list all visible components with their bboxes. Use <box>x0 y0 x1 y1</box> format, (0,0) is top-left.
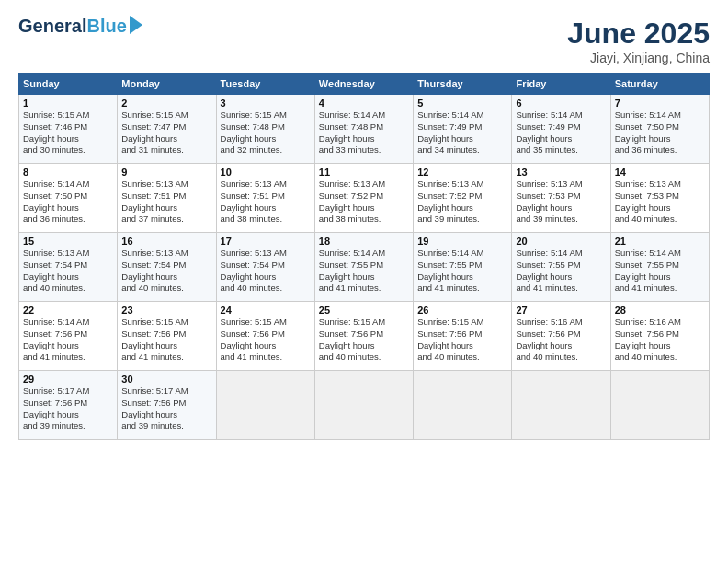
week-row-2: 8Sunrise: 5:14 AMSunset: 7:50 PMDaylight… <box>19 164 710 233</box>
day-info: Sunrise: 5:15 AMSunset: 7:56 PMDaylight … <box>221 316 311 363</box>
day-number: 2 <box>121 98 211 109</box>
day-info: Sunrise: 5:14 AMSunset: 7:50 PMDaylight … <box>23 178 113 225</box>
logo-general: General <box>18 17 86 35</box>
header-row: SundayMondayTuesdayWednesdayThursdayFrid… <box>19 74 710 95</box>
day-cell: 8Sunrise: 5:14 AMSunset: 7:50 PMDaylight… <box>19 164 118 233</box>
day-number: 4 <box>319 98 409 109</box>
day-number: 14 <box>615 167 705 178</box>
day-info: Sunrise: 5:14 AMSunset: 7:56 PMDaylight … <box>23 316 113 363</box>
day-cell: 2Sunrise: 5:15 AMSunset: 7:47 PMDaylight… <box>118 95 216 164</box>
day-cell <box>314 371 413 440</box>
day-cell: 6Sunrise: 5:14 AMSunset: 7:49 PMDaylight… <box>512 95 610 164</box>
day-info: Sunrise: 5:13 AMSunset: 7:51 PMDaylight … <box>221 178 311 225</box>
day-number: 8 <box>23 167 113 178</box>
day-cell: 9Sunrise: 5:13 AMSunset: 7:51 PMDaylight… <box>118 164 216 233</box>
header-day-monday: Monday <box>118 74 216 95</box>
day-number: 28 <box>615 304 705 316</box>
day-cell: 21Sunrise: 5:14 AMSunset: 7:55 PMDayligh… <box>610 233 709 302</box>
day-cell: 29Sunrise: 5:17 AMSunset: 7:56 PMDayligh… <box>19 371 118 440</box>
day-number: 7 <box>615 98 705 109</box>
header: General Blue June 2025 Jiayi, Xinjiang, … <box>18 17 710 65</box>
day-info: Sunrise: 5:13 AMSunset: 7:53 PMDaylight … <box>516 178 606 225</box>
day-info: Sunrise: 5:15 AMSunset: 7:56 PMDaylight … <box>319 316 409 363</box>
day-info: Sunrise: 5:14 AMSunset: 7:50 PMDaylight … <box>615 109 705 156</box>
day-cell: 26Sunrise: 5:15 AMSunset: 7:56 PMDayligh… <box>414 302 512 371</box>
week-row-3: 15Sunrise: 5:13 AMSunset: 7:54 PMDayligh… <box>19 233 710 302</box>
day-number: 6 <box>516 98 606 109</box>
location: Jiayi, Xinjiang, China <box>567 51 710 65</box>
day-info: Sunrise: 5:13 AMSunset: 7:52 PMDaylight … <box>417 178 507 225</box>
day-info: Sunrise: 5:14 AMSunset: 7:55 PMDaylight … <box>319 247 409 294</box>
day-number: 23 <box>121 304 211 316</box>
day-cell: 5Sunrise: 5:14 AMSunset: 7:49 PMDaylight… <box>414 95 512 164</box>
day-number: 30 <box>121 373 211 385</box>
week-row-4: 22Sunrise: 5:14 AMSunset: 7:56 PMDayligh… <box>19 302 710 371</box>
day-number: 24 <box>221 304 311 316</box>
day-info: Sunrise: 5:13 AMSunset: 7:54 PMDaylight … <box>23 247 113 294</box>
day-number: 21 <box>615 236 705 247</box>
day-number: 27 <box>516 304 606 316</box>
day-number: 1 <box>23 98 113 109</box>
day-number: 25 <box>319 304 409 316</box>
day-cell: 4Sunrise: 5:14 AMSunset: 7:48 PMDaylight… <box>314 95 413 164</box>
day-cell: 24Sunrise: 5:15 AMSunset: 7:56 PMDayligh… <box>216 302 314 371</box>
day-cell: 16Sunrise: 5:13 AMSunset: 7:54 PMDayligh… <box>118 233 216 302</box>
header-day-wednesday: Wednesday <box>314 74 413 95</box>
day-number: 19 <box>417 236 507 247</box>
day-number: 12 <box>417 167 507 178</box>
day-info: Sunrise: 5:16 AMSunset: 7:56 PMDaylight … <box>516 316 606 363</box>
logo-text: General Blue <box>18 17 142 35</box>
day-number: 9 <box>121 167 211 178</box>
day-cell <box>512 371 610 440</box>
day-info: Sunrise: 5:15 AMSunset: 7:48 PMDaylight … <box>221 109 311 156</box>
day-info: Sunrise: 5:14 AMSunset: 7:49 PMDaylight … <box>417 109 507 156</box>
day-number: 22 <box>23 304 113 316</box>
day-info: Sunrise: 5:14 AMSunset: 7:55 PMDaylight … <box>516 247 606 294</box>
day-number: 13 <box>516 167 606 178</box>
day-number: 16 <box>121 236 211 247</box>
day-info: Sunrise: 5:13 AMSunset: 7:51 PMDaylight … <box>121 178 211 225</box>
day-number: 26 <box>417 304 507 316</box>
logo-blue: Blue <box>86 17 126 35</box>
header-day-saturday: Saturday <box>610 74 709 95</box>
day-cell: 20Sunrise: 5:14 AMSunset: 7:55 PMDayligh… <box>512 233 610 302</box>
day-number: 29 <box>23 373 113 385</box>
day-number: 15 <box>23 236 113 247</box>
day-cell: 17Sunrise: 5:13 AMSunset: 7:54 PMDayligh… <box>216 233 314 302</box>
day-cell <box>414 371 512 440</box>
day-number: 10 <box>221 167 311 178</box>
day-info: Sunrise: 5:17 AMSunset: 7:56 PMDaylight … <box>121 385 211 432</box>
day-number: 20 <box>516 236 606 247</box>
day-number: 5 <box>417 98 507 109</box>
day-cell: 1Sunrise: 5:15 AMSunset: 7:46 PMDaylight… <box>19 95 118 164</box>
week-row-5: 29Sunrise: 5:17 AMSunset: 7:56 PMDayligh… <box>19 371 710 440</box>
day-info: Sunrise: 5:15 AMSunset: 7:46 PMDaylight … <box>23 109 113 156</box>
day-cell: 15Sunrise: 5:13 AMSunset: 7:54 PMDayligh… <box>19 233 118 302</box>
day-info: Sunrise: 5:15 AMSunset: 7:56 PMDaylight … <box>417 316 507 363</box>
day-info: Sunrise: 5:15 AMSunset: 7:47 PMDaylight … <box>121 109 211 156</box>
title-block: June 2025 Jiayi, Xinjiang, China <box>567 17 710 65</box>
day-cell: 7Sunrise: 5:14 AMSunset: 7:50 PMDaylight… <box>610 95 709 164</box>
day-cell: 3Sunrise: 5:15 AMSunset: 7:48 PMDaylight… <box>216 95 314 164</box>
week-row-1: 1Sunrise: 5:15 AMSunset: 7:46 PMDaylight… <box>19 95 710 164</box>
day-number: 3 <box>221 98 311 109</box>
day-cell: 18Sunrise: 5:14 AMSunset: 7:55 PMDayligh… <box>314 233 413 302</box>
day-cell: 30Sunrise: 5:17 AMSunset: 7:56 PMDayligh… <box>118 371 216 440</box>
calendar-table: SundayMondayTuesdayWednesdayThursdayFrid… <box>18 73 710 440</box>
logo-arrow-icon <box>130 16 142 34</box>
day-info: Sunrise: 5:14 AMSunset: 7:48 PMDaylight … <box>319 109 409 156</box>
day-info: Sunrise: 5:14 AMSunset: 7:55 PMDaylight … <box>615 247 705 294</box>
day-cell <box>610 371 709 440</box>
day-cell: 22Sunrise: 5:14 AMSunset: 7:56 PMDayligh… <box>19 302 118 371</box>
day-number: 18 <box>319 236 409 247</box>
day-info: Sunrise: 5:14 AMSunset: 7:55 PMDaylight … <box>417 247 507 294</box>
day-cell: 13Sunrise: 5:13 AMSunset: 7:53 PMDayligh… <box>512 164 610 233</box>
day-info: Sunrise: 5:14 AMSunset: 7:49 PMDaylight … <box>516 109 606 156</box>
day-info: Sunrise: 5:16 AMSunset: 7:56 PMDaylight … <box>615 316 705 363</box>
page: General Blue June 2025 Jiayi, Xinjiang, … <box>0 0 728 563</box>
day-cell: 23Sunrise: 5:15 AMSunset: 7:56 PMDayligh… <box>118 302 216 371</box>
header-day-friday: Friday <box>512 74 610 95</box>
day-cell: 28Sunrise: 5:16 AMSunset: 7:56 PMDayligh… <box>610 302 709 371</box>
day-cell: 12Sunrise: 5:13 AMSunset: 7:52 PMDayligh… <box>414 164 512 233</box>
day-cell: 27Sunrise: 5:16 AMSunset: 7:56 PMDayligh… <box>512 302 610 371</box>
